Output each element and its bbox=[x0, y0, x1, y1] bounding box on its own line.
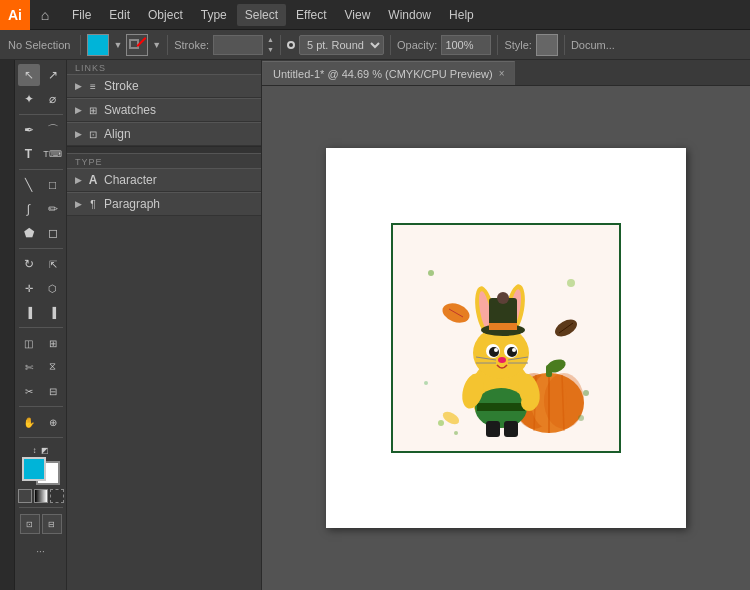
tool-sep3 bbox=[19, 248, 63, 249]
line-tool[interactable]: ╲ bbox=[18, 174, 40, 196]
menu-file[interactable]: File bbox=[64, 4, 99, 26]
main-layout: ↖ ↗ ✦ ⌀ ✒ ⌒ T T⌨ ╲ □ ∫ ✏ ⬟ ◻ ↻ bbox=[0, 60, 750, 590]
canvas-document bbox=[326, 148, 686, 528]
swatches-panel-arrow: ▶ bbox=[75, 105, 82, 115]
panel-section-links-label: LINKS bbox=[67, 60, 261, 74]
rect-tool[interactable]: □ bbox=[42, 174, 64, 196]
swap-colors-icon[interactable]: ↕ bbox=[33, 446, 37, 455]
align-panel-header[interactable]: ▶ ⊡ Align bbox=[67, 122, 261, 146]
hand-tool[interactable]: ✋ bbox=[18, 411, 40, 433]
artboard-tool[interactable]: ⊟ bbox=[42, 380, 64, 402]
color-mode-gradient[interactable] bbox=[34, 489, 48, 503]
color-mode-none[interactable] bbox=[50, 489, 64, 503]
eraser-tool[interactable]: ◻ bbox=[42, 222, 64, 244]
home-button[interactable]: ⌂ bbox=[30, 0, 60, 30]
svg-point-0 bbox=[428, 270, 434, 276]
color-mode-color[interactable] bbox=[18, 489, 32, 503]
stroke-spinners[interactable]: ▲ ▼ bbox=[267, 35, 274, 55]
tool-sep2 bbox=[19, 169, 63, 170]
touch-type-tool[interactable]: T⌨ bbox=[42, 143, 64, 165]
change-screen-mode[interactable]: ⊡ bbox=[20, 514, 40, 534]
scissors-tool[interactable]: ✂ bbox=[18, 380, 40, 402]
puppet-warp-tool[interactable]: ✛ bbox=[18, 277, 40, 299]
menu-view[interactable]: View bbox=[337, 4, 379, 26]
pen-tool[interactable]: ✒ bbox=[18, 119, 40, 141]
canvas-tab[interactable]: Untitled-1* @ 44.69 % (CMYK/CPU Preview)… bbox=[262, 61, 515, 85]
foreground-color[interactable] bbox=[22, 457, 46, 481]
brush-select[interactable]: 5 pt. Round bbox=[299, 35, 384, 55]
swatches-panel-header[interactable]: ▶ ⊞ Swatches bbox=[67, 98, 261, 122]
menu-select[interactable]: Select bbox=[237, 4, 286, 26]
svg-point-36 bbox=[489, 347, 499, 357]
default-colors-icon[interactable]: ◩ bbox=[41, 446, 49, 455]
tool-sep6 bbox=[19, 437, 63, 438]
canvas-tab-bar: Untitled-1* @ 44.69 % (CMYK/CPU Preview)… bbox=[262, 60, 750, 86]
character-panel-title: Character bbox=[104, 173, 157, 187]
tool-sep1 bbox=[19, 114, 63, 115]
style-box[interactable] bbox=[536, 34, 558, 56]
gradient-tool[interactable]: ◫ bbox=[18, 332, 40, 354]
color-squares bbox=[22, 457, 60, 485]
fill-color-box[interactable] bbox=[87, 34, 109, 56]
menu-help[interactable]: Help bbox=[441, 4, 482, 26]
stroke-label: Stroke: bbox=[174, 39, 209, 51]
panel-group-2: ▶ A Character ▶ ¶ Paragraph bbox=[67, 168, 261, 216]
stroke-panel-icon: ≡ bbox=[86, 79, 100, 93]
character-panel-header[interactable]: ▶ A Character bbox=[67, 168, 261, 192]
svg-point-33 bbox=[497, 292, 509, 304]
svg-point-37 bbox=[507, 347, 517, 357]
lasso-tool[interactable]: ⌀ bbox=[42, 88, 64, 110]
align-panel-arrow: ▶ bbox=[75, 129, 82, 139]
pencil-tool[interactable]: ✏ bbox=[42, 198, 64, 220]
more-tools[interactable]: ··· bbox=[30, 540, 52, 562]
character-panel-icon: A bbox=[86, 173, 100, 187]
opacity-input[interactable] bbox=[441, 35, 491, 55]
direct-selection-tool[interactable]: ↗ bbox=[42, 64, 64, 86]
stroke-panel-header[interactable]: ▶ ≡ Stroke bbox=[67, 74, 261, 98]
character-panel-arrow: ▶ bbox=[75, 175, 82, 185]
menu-items: File Edit Object Type Select Effect View… bbox=[60, 4, 486, 26]
screen-mode2[interactable]: ⊟ bbox=[42, 514, 62, 534]
eyedropper-tool[interactable]: ✄ bbox=[18, 356, 40, 378]
column-graph-tool[interactable]: ▐ bbox=[42, 301, 64, 323]
type-tool[interactable]: T bbox=[18, 143, 40, 165]
blend-tool[interactable]: ⬡ bbox=[42, 277, 64, 299]
paragraph-panel-title: Paragraph bbox=[104, 197, 160, 211]
rotate-tool[interactable]: ↻ bbox=[18, 253, 40, 275]
magic-wand-tool[interactable]: ✦ bbox=[18, 88, 40, 110]
svg-rect-20 bbox=[486, 421, 500, 437]
paintbrush-tool[interactable]: ∫ bbox=[18, 198, 40, 220]
stroke-input[interactable] bbox=[213, 35, 263, 55]
color-area: ↕ ◩ bbox=[19, 446, 63, 503]
menu-effect[interactable]: Effect bbox=[288, 4, 334, 26]
zoom-tool[interactable]: ⊕ bbox=[42, 411, 64, 433]
tool-sep7 bbox=[19, 507, 63, 508]
canvas-content[interactable] bbox=[262, 86, 750, 590]
scale-tool[interactable]: ⇱ bbox=[42, 253, 64, 275]
no-selection-label: No Selection bbox=[4, 39, 74, 51]
curvature-tool[interactable]: ⌒ bbox=[42, 119, 64, 141]
menu-edit[interactable]: Edit bbox=[101, 4, 138, 26]
swatches-panel-title: Swatches bbox=[104, 103, 156, 117]
shaper-tool[interactable]: ⬟ bbox=[18, 222, 40, 244]
mesh-tool[interactable]: ⊞ bbox=[42, 332, 64, 354]
paragraph-panel-header[interactable]: ▶ ¶ Paragraph bbox=[67, 192, 261, 216]
panel-section-type-label: TYPE bbox=[67, 154, 261, 168]
menu-type[interactable]: Type bbox=[193, 4, 235, 26]
artwork-container bbox=[391, 223, 621, 453]
svg-point-2 bbox=[424, 381, 428, 385]
tool-sep4 bbox=[19, 327, 63, 328]
menu-object[interactable]: Object bbox=[140, 4, 191, 26]
fill-color-arrow[interactable]: ▼ bbox=[113, 40, 122, 50]
blend2-tool[interactable]: ⧖ bbox=[42, 356, 64, 378]
toolbar-sep5 bbox=[497, 35, 498, 55]
stroke-icon-arrow[interactable]: ▼ bbox=[152, 40, 161, 50]
chart-tool[interactable]: ▐ bbox=[18, 301, 40, 323]
selection-tool[interactable]: ↖ bbox=[18, 64, 40, 86]
toolbar-sep6 bbox=[564, 35, 565, 55]
document-label: Docum... bbox=[571, 39, 615, 51]
menu-window[interactable]: Window bbox=[380, 4, 439, 26]
stroke-icon-box[interactable] bbox=[126, 34, 148, 56]
stroke-panel-title: Stroke bbox=[104, 79, 139, 93]
canvas-tab-close[interactable]: × bbox=[499, 68, 505, 79]
